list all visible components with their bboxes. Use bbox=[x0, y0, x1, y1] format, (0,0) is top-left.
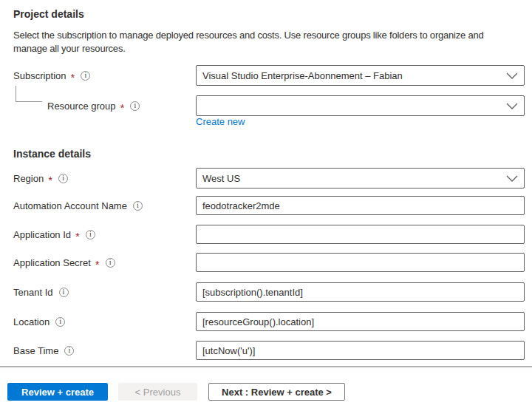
chevron-down-icon bbox=[506, 72, 518, 79]
next-button[interactable]: Next : Review + create > bbox=[208, 383, 345, 401]
description-line-2: manage all your resources. bbox=[13, 42, 484, 55]
info-icon[interactable]: i bbox=[86, 230, 95, 240]
description-line-1: Select the subscription to manage deploy… bbox=[13, 29, 484, 42]
review-create-button[interactable]: Review + create bbox=[7, 383, 108, 401]
info-icon[interactable]: i bbox=[59, 288, 69, 297]
location-label: Location bbox=[13, 316, 50, 327]
resource-group-label: Resource group bbox=[47, 101, 116, 112]
field-row-base-time: Base Time i bbox=[0, 341, 532, 360]
region-label: Region bbox=[13, 173, 44, 184]
instance-details-heading: Instance details bbox=[13, 148, 91, 160]
field-row-resource-group: Resource group * i bbox=[0, 95, 532, 116]
info-icon[interactable]: i bbox=[64, 346, 74, 356]
application-secret-label: Application Secret bbox=[13, 257, 91, 268]
create-new-link[interactable]: Create new bbox=[196, 116, 245, 127]
application-secret-input[interactable] bbox=[196, 253, 525, 272]
location-input[interactable] bbox=[196, 312, 525, 331]
required-marker: * bbox=[71, 71, 75, 84]
base-time-input[interactable] bbox=[196, 341, 525, 360]
field-row-location: Location i bbox=[0, 312, 532, 331]
application-id-input[interactable] bbox=[196, 225, 525, 244]
subscription-label-group: Subscription * i bbox=[13, 65, 90, 86]
field-row-tenant-id: Tenant Id i bbox=[0, 282, 532, 302]
required-marker: * bbox=[120, 101, 125, 114]
field-row-application-secret: Application Secret * i bbox=[0, 253, 532, 272]
info-icon[interactable]: i bbox=[130, 101, 140, 111]
previous-button[interactable]: < Previous bbox=[118, 383, 197, 401]
deployment-form: Project details Select the subscription … bbox=[0, 0, 532, 411]
application-id-label: Application Id bbox=[13, 229, 71, 240]
footer-divider bbox=[0, 366, 532, 367]
location-label-group: Location i bbox=[13, 312, 65, 331]
info-icon[interactable]: i bbox=[133, 201, 143, 211]
field-row-automation-account-name: Automation Account Name i bbox=[0, 196, 532, 215]
required-marker: * bbox=[95, 258, 100, 271]
field-row-region: Region * i West US bbox=[0, 168, 532, 188]
automation-account-name-label-group: Automation Account Name i bbox=[13, 196, 143, 215]
chevron-down-icon bbox=[506, 103, 518, 109]
automation-account-name-label: Automation Account Name bbox=[13, 200, 127, 211]
application-secret-label-group: Application Secret * i bbox=[13, 253, 115, 272]
project-details-description: Select the subscription to manage deploy… bbox=[13, 29, 484, 55]
application-id-label-group: Application Id * i bbox=[13, 225, 95, 244]
base-time-label-group: Base Time i bbox=[13, 341, 74, 360]
info-icon[interactable]: i bbox=[81, 71, 90, 81]
region-dropdown[interactable]: West US bbox=[196, 168, 525, 188]
region-value: West US bbox=[202, 173, 240, 184]
required-marker: * bbox=[48, 174, 52, 186]
base-time-label: Base Time bbox=[13, 345, 58, 356]
project-details-heading: Project details bbox=[13, 8, 84, 20]
tenant-id-label: Tenant Id bbox=[13, 287, 53, 298]
region-label-group: Region * i bbox=[13, 168, 68, 188]
subscription-dropdown[interactable]: Visual Studio Enterprise-Abonnement – Fa… bbox=[196, 65, 525, 86]
field-row-application-id: Application Id * i bbox=[0, 225, 532, 244]
chevron-down-icon bbox=[506, 175, 518, 182]
required-marker: * bbox=[75, 230, 80, 242]
info-icon[interactable]: i bbox=[58, 174, 68, 183]
automation-account-name-input[interactable] bbox=[196, 196, 525, 215]
resource-group-dropdown[interactable] bbox=[196, 95, 525, 116]
tenant-id-label-group: Tenant Id i bbox=[13, 282, 69, 302]
info-icon[interactable]: i bbox=[106, 258, 115, 268]
field-row-subscription: Subscription * i Visual Studio Enterpris… bbox=[0, 65, 532, 86]
subscription-value: Visual Studio Enterprise-Abonnement – Fa… bbox=[202, 70, 403, 81]
tenant-id-input[interactable] bbox=[196, 282, 525, 302]
resource-group-label-group: Resource group * i bbox=[47, 95, 140, 116]
info-icon[interactable]: i bbox=[55, 317, 65, 327]
subscription-label: Subscription bbox=[13, 70, 66, 81]
